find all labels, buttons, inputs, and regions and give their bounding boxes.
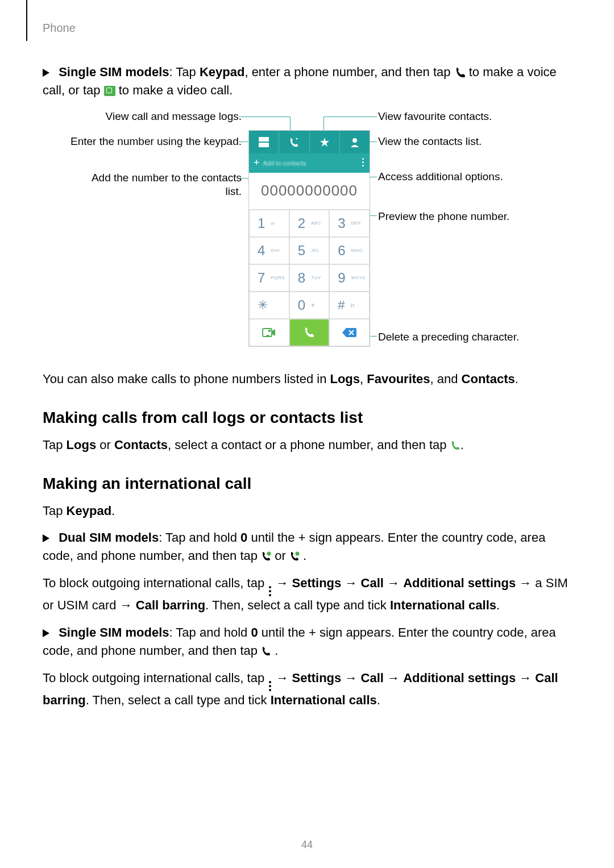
- tab-favourites[interactable]: [310, 131, 340, 153]
- voice-call-button[interactable]: [289, 319, 330, 346]
- key-0[interactable]: 0+: [289, 292, 330, 319]
- callout-keypad: Enter the number using the keypad.: [70, 135, 242, 148]
- phone-icon: [450, 441, 460, 451]
- key-4[interactable]: 4GHI: [249, 237, 289, 264]
- call-action-row: [249, 319, 370, 346]
- add-to-contacts-label: Add to contacts: [263, 160, 306, 167]
- video-call-icon: [104, 86, 115, 96]
- intro-paragraph: Single SIM models: Tap Keypad, enter a p…: [43, 63, 574, 99]
- phone-sim2-icon: [289, 551, 300, 562]
- block-intl-single-paragraph: To block outgoing international calls, t…: [43, 669, 574, 709]
- key-3[interactable]: 3DEF: [329, 210, 370, 237]
- sec1-paragraph: Tap Logs or Contacts, select a contact o…: [43, 436, 574, 454]
- dial-keypad: 1∞ 2ABC 3DEF 4GHI 5JKL 6MNO 7PQRS 8TUV 9…: [249, 210, 370, 319]
- phone-app-screenshot: + Add to contacts 00000000000 1∞ 2ABC 3D…: [248, 130, 370, 347]
- key-8[interactable]: 8TUV: [289, 264, 330, 292]
- callout-delete: Delete a preceding character.: [378, 330, 519, 344]
- phone-icon: [303, 326, 316, 339]
- single-sim-intl-paragraph: Single SIM models: Tap and hold 0 until …: [43, 624, 574, 660]
- block-intl-dual-paragraph: To block outgoing international calls, t…: [43, 574, 574, 614]
- tab-keypad[interactable]: [249, 131, 279, 153]
- key-star[interactable]: ✳: [249, 292, 289, 319]
- also-make-calls-paragraph: You can also make calls to phone numbers…: [43, 370, 574, 388]
- callout-preview: Preview the phone number.: [378, 210, 509, 223]
- number-preview: 00000000000: [249, 173, 370, 210]
- callout-options: Access additional options.: [378, 170, 503, 184]
- backspace-button[interactable]: [329, 319, 370, 346]
- dual-sim-paragraph: Dual SIM models: Tap and hold 0 until th…: [43, 529, 574, 565]
- svg-rect-1: [259, 137, 269, 142]
- more-options-icon: [269, 681, 271, 691]
- section-header: Phone: [43, 22, 574, 35]
- phone-sim1-icon: [261, 551, 271, 562]
- key-2[interactable]: 2ABC: [289, 210, 330, 237]
- video-call-button[interactable]: [249, 319, 289, 346]
- callout-favourites: View favourite contacts.: [378, 110, 492, 123]
- header-rule: [26, 0, 27, 41]
- callout-contacts: View the contacts list.: [378, 135, 482, 148]
- backspace-icon: [342, 327, 358, 338]
- person-icon: [350, 137, 360, 147]
- svg-point-9: [295, 552, 299, 556]
- tap-keypad-line: Tap Keypad.: [43, 502, 574, 520]
- play-bullet-icon: [43, 629, 51, 637]
- key-9[interactable]: 9WXYZ: [329, 264, 370, 292]
- page-number: 44: [0, 839, 614, 851]
- key-6[interactable]: 6MNO: [329, 237, 370, 264]
- tab-logs[interactable]: [279, 131, 309, 153]
- video-call-icon: [262, 326, 276, 339]
- more-options-icon[interactable]: [362, 158, 364, 167]
- more-options-icon: [269, 586, 271, 596]
- manual-page: Phone Single SIM models: Tap Keypad, ent…: [0, 0, 614, 868]
- svg-point-6: [268, 330, 271, 332]
- tab-contacts[interactable]: [340, 131, 370, 153]
- star-icon: [320, 137, 330, 147]
- svg-point-4: [352, 138, 357, 143]
- svg-marker-0: [43, 69, 49, 77]
- key-1[interactable]: 1∞: [249, 210, 289, 237]
- key-hash[interactable]: #|<|: [329, 292, 370, 319]
- phone-icon: [261, 646, 271, 657]
- heading-international: Making an international call: [43, 475, 574, 493]
- svg-marker-7: [43, 534, 49, 542]
- svg-marker-3: [320, 138, 329, 147]
- key-7[interactable]: 7PQRS: [249, 264, 289, 292]
- callout-add-contact: Add the number to the contactslist.: [92, 171, 242, 198]
- phone-icon: [454, 67, 466, 78]
- svg-marker-10: [43, 629, 49, 637]
- logs-tab-icon: [289, 137, 299, 147]
- keypad-screenshot-diagram: View call and message logs. Enter the nu…: [43, 109, 577, 359]
- key-5[interactable]: 5JKL: [289, 237, 330, 264]
- callout-logs: View call and message logs.: [106, 110, 242, 123]
- svg-point-8: [267, 552, 271, 556]
- tab-bar: [249, 131, 370, 153]
- play-bullet-icon: [43, 534, 51, 542]
- add-to-contacts-row[interactable]: + Add to contacts: [249, 153, 370, 173]
- plus-icon: +: [254, 157, 260, 169]
- heading-call-logs: Making calls from call logs or contacts …: [43, 409, 574, 427]
- play-bullet-icon: [43, 69, 51, 77]
- keypad-tab-icon: [259, 137, 269, 147]
- svg-rect-2: [259, 143, 269, 147]
